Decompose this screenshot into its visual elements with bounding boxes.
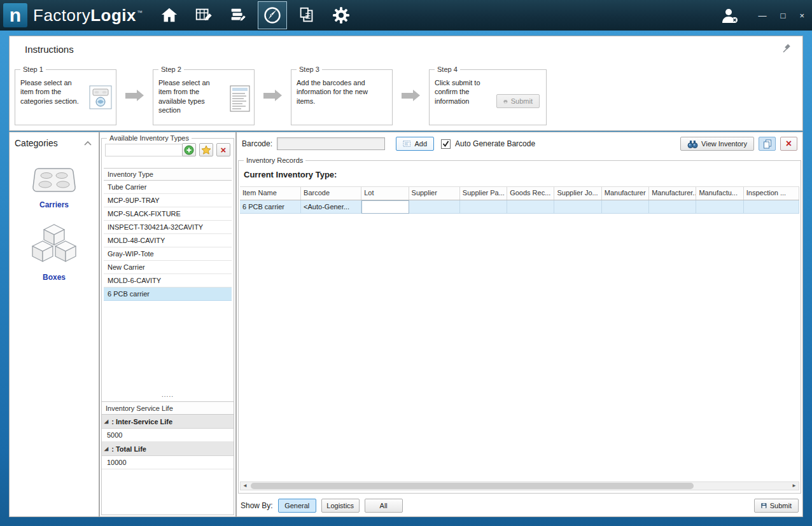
barcode-label: Barcode:: [242, 139, 272, 148]
copy-icon: [763, 139, 772, 149]
records-column-header[interactable]: Manufacturer...: [649, 187, 696, 200]
reports-icon[interactable]: [292, 1, 321, 29]
category-boxes-label: Boxes: [43, 273, 66, 282]
record-cell[interactable]: 6 PCB carrier: [240, 200, 301, 214]
records-table: Item NameBarcodeLotSupplierSupplier Pa..…: [240, 186, 799, 214]
show-by-bar: Show By: General Logistics All Submit: [237, 495, 802, 516]
inventory-type-row[interactable]: Tube Carrier: [104, 181, 232, 194]
delete-type-button[interactable]: ×: [216, 143, 230, 156]
records-column-header[interactable]: Lot: [361, 187, 409, 200]
record-cell[interactable]: [361, 200, 409, 214]
step-1-box: Step 1 Please select an item from the ca…: [15, 69, 116, 125]
minimize-button[interactable]: —: [756, 10, 769, 21]
inventory-type-row[interactable]: MOLD-48-CAVITY: [104, 234, 232, 247]
home-icon[interactable]: [155, 1, 184, 29]
record-cell[interactable]: [554, 200, 601, 214]
category-carriers[interactable]: Carriers: [10, 163, 99, 209]
star-icon: [201, 145, 211, 155]
service-life-value[interactable]: 10000: [102, 456, 234, 469]
carrier-thumbnail-icon: [89, 85, 112, 109]
barcode-toolbar: Barcode: Add Auto Generate Barcode: [237, 132, 802, 155]
service-life-header[interactable]: Inventory Service Life: [102, 401, 234, 415]
scrollbar-thumb[interactable]: [251, 483, 694, 489]
record-cell[interactable]: [409, 200, 460, 214]
step-submit-button[interactable]: Submit: [496, 94, 540, 108]
instructions-title: Instructions: [25, 44, 74, 55]
inventory-records-groupbox: Inventory Records Current Inventory Type…: [238, 160, 801, 494]
record-cell[interactable]: [744, 200, 799, 214]
service-life-group-row[interactable]: ◢ : Total Life: [102, 442, 234, 456]
add-record-icon: [403, 140, 411, 148]
service-life-value[interactable]: 5000: [102, 429, 234, 442]
scroll-left-icon[interactable]: ◄: [241, 483, 249, 488]
records-column-header[interactable]: Goods Rec...: [507, 187, 554, 200]
scrollbar-track[interactable]: [249, 482, 790, 490]
barcode-input[interactable]: [277, 137, 385, 150]
binoculars-icon: [687, 140, 698, 148]
inventory-type-row[interactable]: Gray-WIP-Tote: [104, 247, 232, 261]
splitter-handle[interactable]: .....: [102, 392, 234, 398]
service-life-group-row[interactable]: ◢ : Inter-Service Life: [102, 415, 234, 429]
records-column-header[interactable]: Supplier Jo...: [554, 187, 601, 200]
show-by-all-button[interactable]: All: [365, 499, 403, 513]
show-by-general-button[interactable]: General: [278, 499, 316, 513]
inventory-type-row[interactable]: INSPECT-T30421A-32CAVITY: [104, 221, 232, 234]
records-column-header[interactable]: Supplier: [409, 187, 460, 200]
records-column-header[interactable]: Manufactu...: [696, 187, 743, 200]
arrow-icon: [263, 90, 282, 101]
view-inventory-button[interactable]: View Inventory: [680, 137, 754, 151]
inventory-type-row[interactable]: MOLD-6-CAVITY: [104, 274, 232, 287]
inventory-types-table: Inventory Type Tube CarrierMCP-9UP-TRAYM…: [104, 168, 232, 301]
collapse-chevron-icon[interactable]: [83, 141, 92, 146]
step-4-text: Click submit to confirm the information: [435, 78, 497, 106]
inventory-type-row[interactable]: MCP-SLACK-FIXTURE: [104, 207, 232, 221]
copy-button[interactable]: [759, 137, 776, 151]
inventory-records-title: Inventory Records: [244, 156, 305, 164]
record-row: 6 PCB carrier<Auto-Gener...: [240, 200, 799, 214]
new-type-input[interactable]: [105, 144, 186, 156]
auto-generate-checkbox[interactable]: [441, 139, 451, 149]
submit-button[interactable]: Submit: [754, 499, 799, 513]
inventory-type-row[interactable]: 6 PCB carrier: [104, 287, 232, 301]
inventory-type-row[interactable]: New Carrier: [104, 261, 232, 274]
records-column-header[interactable]: Inspection ...: [744, 187, 799, 200]
inventory-type-column-header[interactable]: Inventory Type: [104, 168, 232, 181]
step-3-text: Add the barcodes and information for the…: [297, 78, 383, 106]
step-2-label: Step 2: [158, 66, 184, 73]
records-column-header[interactable]: Manufacturer: [602, 187, 649, 200]
group-label: : Inter-Service Life: [111, 418, 172, 426]
pin-icon[interactable]: [781, 44, 791, 53]
add-button[interactable]: Add: [396, 137, 434, 151]
record-cell[interactable]: [602, 200, 649, 214]
record-cell[interactable]: [507, 200, 554, 214]
record-cell[interactable]: [696, 200, 743, 214]
records-column-header[interactable]: Supplier Pa...: [460, 187, 507, 200]
navigator-icon[interactable]: [258, 1, 287, 29]
user-account-icon[interactable]: [720, 7, 738, 24]
favorite-type-button[interactable]: [199, 143, 213, 156]
settings-icon[interactable]: [326, 1, 356, 29]
auto-generate-label[interactable]: Auto Generate Barcode: [455, 139, 535, 148]
step-1-label: Step 1: [20, 66, 46, 73]
inventory-type-row[interactable]: MCP-9UP-TRAY: [104, 194, 232, 207]
show-by-logistics-button[interactable]: Logistics: [321, 499, 360, 513]
record-cell[interactable]: <Auto-Gener...: [301, 200, 361, 214]
materials-icon[interactable]: [223, 1, 253, 29]
records-column-header[interactable]: Barcode: [301, 187, 361, 200]
titlebar: n FactoryLogix™: [0, 0, 812, 31]
horizontal-scrollbar[interactable]: ◄ ►: [240, 481, 799, 490]
step-4-label: Step 4: [435, 66, 460, 73]
application-window: n FactoryLogix™: [0, 0, 812, 526]
records-column-header[interactable]: Item Name: [240, 187, 301, 200]
types-toolbar: ×: [182, 143, 230, 156]
maximize-button[interactable]: □: [778, 10, 788, 21]
step-3-label: Step 3: [297, 66, 322, 73]
add-type-button[interactable]: [182, 143, 196, 156]
record-cell[interactable]: [649, 200, 696, 214]
close-button[interactable]: ×: [797, 10, 807, 21]
record-cell[interactable]: [460, 200, 507, 214]
worksheet-icon[interactable]: [189, 1, 218, 29]
scroll-right-icon[interactable]: ►: [790, 483, 799, 488]
close-records-button[interactable]: ×: [780, 137, 797, 151]
category-boxes[interactable]: Boxes: [10, 222, 99, 282]
